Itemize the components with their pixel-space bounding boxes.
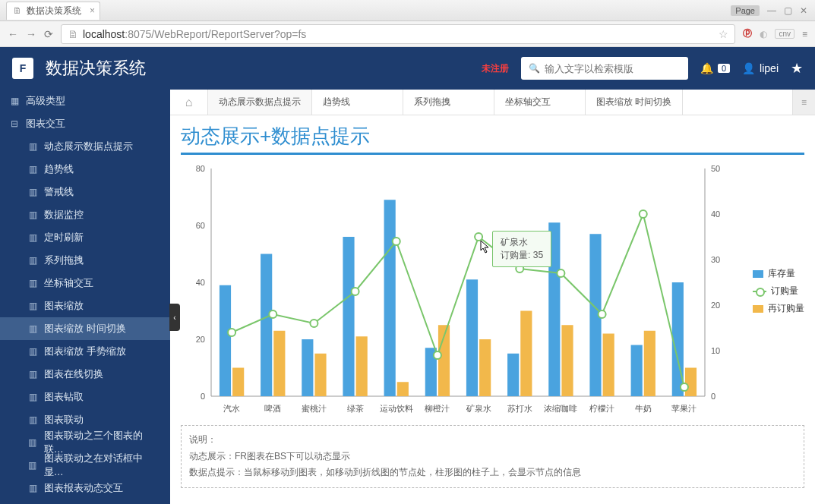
tab-overflow-button[interactable]: ≡: [792, 90, 815, 115]
sidebar-item-label: 数据监控: [44, 208, 84, 222]
bookmark-star-icon[interactable]: ☆: [719, 28, 728, 40]
sidebar-item[interactable]: ▥图表缩放 手势缩放: [0, 340, 170, 363]
svg-rect-44: [631, 345, 643, 397]
sidebar-item-icon: ▥: [27, 141, 38, 152]
cursor-icon: [480, 240, 491, 254]
chart-tooltip: 矿泉水 订购量: 35: [492, 231, 551, 267]
sidebar-item[interactable]: ▥图表缩放: [0, 295, 170, 317]
back-icon[interactable]: ←: [8, 28, 18, 40]
sidebar: ▦高级类型⊟图表交互▥动态展示数据点提示▥趋势线▥警戒线▥数据监控▥定时刷新▥系…: [0, 90, 170, 504]
cnv-badge[interactable]: cnv: [775, 29, 794, 39]
svg-rect-15: [232, 368, 244, 397]
sidebar-item-icon: ▥: [27, 483, 38, 493]
home-tab[interactable]: ⌂: [170, 90, 208, 115]
sidebar-item[interactable]: ▥数据监控: [0, 203, 170, 226]
sidebar-item[interactable]: ▥动态展示数据点提示: [0, 135, 170, 158]
user-menu[interactable]: 👤 lipei: [742, 62, 779, 74]
svg-rect-42: [603, 334, 614, 397]
app-header: F 数据决策系统 未注册 🔍 🔔 0 👤 lipei ★: [0, 47, 815, 90]
svg-point-53: [352, 288, 359, 295]
legend-label: 订购量: [771, 285, 798, 298]
sidebar-item[interactable]: ▥图表联动之三个图表的联…: [0, 431, 170, 454]
sidebar-collapse-handle[interactable]: ‹: [169, 304, 180, 331]
svg-text:30: 30: [711, 255, 720, 264]
legend-item[interactable]: 订购量: [753, 285, 804, 298]
sidebar-item[interactable]: ▥定时刷新: [0, 226, 170, 249]
legend-swatch: [753, 270, 763, 278]
search-input[interactable]: [545, 63, 681, 74]
browser-addressbar: ← → ⟳ 🗎 localhost:8075/WebReport/ReportS…: [0, 21, 815, 47]
svg-text:苹果汁: 苹果汁: [671, 404, 697, 413]
sidebar-item[interactable]: ▥图表钻取: [0, 386, 170, 408]
svg-text:浓缩咖啡: 浓缩咖啡: [544, 404, 577, 413]
url-host: localhost: [83, 28, 125, 40]
svg-point-58: [557, 269, 564, 277]
svg-rect-35: [507, 354, 519, 396]
notifications-button[interactable]: 🔔 0: [700, 62, 730, 74]
sidebar-item-label: 图表联动之在对话框中显…: [44, 452, 161, 479]
sidebar-item[interactable]: ▥趋势线: [0, 158, 170, 181]
sidebar-item[interactable]: ▥坐标轴交互: [0, 272, 170, 295]
extension-icon[interactable]: ◐: [760, 29, 767, 39]
sidebar-item[interactable]: ▥警戒线: [0, 181, 170, 203]
sidebar-item-label: 图表缩放: [44, 299, 84, 313]
tooltip-title: 矿泉水: [501, 236, 543, 249]
content-area: 动态展示+数据点提示 02040608001020304050汽水啤酒蜜桃汁绿茶…: [170, 115, 815, 504]
svg-rect-33: [479, 339, 491, 396]
url-input[interactable]: 🗎 localhost:8075/WebReport/ReportServer?…: [61, 24, 735, 44]
svg-point-60: [640, 210, 647, 218]
sidebar-item-icon: ▦: [9, 96, 20, 106]
reload-icon[interactable]: ⟳: [44, 28, 53, 40]
sidebar-item[interactable]: ▥图表缩放 时间切换: [0, 317, 170, 340]
sidebar-item[interactable]: ⊟图表交互: [0, 112, 170, 135]
content-tab[interactable]: 动态展示数据点提示: [208, 90, 312, 115]
sidebar-item[interactable]: ▥系列拖拽: [0, 249, 170, 272]
sidebar-item-icon: ▥: [27, 232, 38, 243]
browser-tab[interactable]: 🗎 数据决策系统 ×: [6, 2, 100, 20]
sidebar-item-icon: ▥: [27, 437, 38, 448]
svg-rect-36: [520, 311, 532, 397]
svg-point-50: [228, 329, 235, 336]
content-tab[interactable]: 坐标轴交互: [494, 90, 586, 115]
pinterest-icon[interactable]: ⓟ: [743, 27, 752, 40]
close-icon[interactable]: ×: [90, 5, 95, 16]
sidebar-item-icon: ▥: [27, 255, 38, 266]
legend-label: 库存量: [768, 267, 795, 280]
sidebar-item-icon: ▥: [27, 414, 38, 425]
svg-text:运动饮料: 运动饮料: [380, 404, 413, 413]
sidebar-item-label: 警戒线: [44, 185, 74, 199]
forward-icon[interactable]: →: [26, 28, 36, 40]
search-icon: 🔍: [529, 63, 540, 74]
legend-swatch: [753, 305, 763, 313]
sidebar-item[interactable]: ▥图表报表动态交互: [0, 477, 170, 499]
browser-titlebar: 🗎 数据决策系统 × Page — ▢ ✕: [0, 0, 815, 21]
legend-item[interactable]: 再订购量: [753, 302, 804, 315]
favorite-button[interactable]: ★: [791, 60, 803, 77]
menu-icon[interactable]: ≡: [802, 29, 807, 39]
desc-line: 动态展示：FR图表在BS下可以动态显示: [189, 449, 796, 465]
svg-rect-14: [220, 285, 231, 396]
sidebar-item[interactable]: ▥图表联动: [0, 408, 170, 431]
app-title: 数据决策系统: [46, 57, 146, 80]
minimize-icon[interactable]: —: [767, 5, 776, 16]
sidebar-item-label: 图表缩放 手势缩放: [44, 345, 126, 358]
desc-line: 说明：: [189, 432, 796, 449]
app-logo-icon: F: [12, 58, 33, 79]
content-tab[interactable]: 系列拖拽: [403, 90, 494, 115]
search-box[interactable]: 🔍: [521, 57, 688, 80]
legend-item[interactable]: 库存量: [753, 267, 804, 280]
svg-text:汽水: 汽水: [223, 404, 240, 413]
svg-point-51: [269, 310, 276, 318]
close-window-icon[interactable]: ✕: [800, 5, 807, 16]
content-tab[interactable]: 趋势线: [312, 90, 403, 115]
maximize-icon[interactable]: ▢: [784, 5, 792, 16]
sidebar-item[interactable]: ▦高级类型: [0, 90, 170, 112]
home-icon: ⌂: [185, 96, 193, 109]
sidebar-item[interactable]: ▥图表联动之在对话框中显…: [0, 454, 170, 477]
sidebar-item-icon: ▥: [27, 164, 38, 175]
content-tab[interactable]: 图表缩放 时间切换: [586, 90, 683, 115]
svg-text:0: 0: [201, 392, 205, 401]
chart-legend: 库存量订购量再订购量: [753, 267, 804, 320]
sidebar-item-label: 图表在线切换: [44, 367, 103, 381]
sidebar-item[interactable]: ▥图表在线切换: [0, 363, 170, 386]
